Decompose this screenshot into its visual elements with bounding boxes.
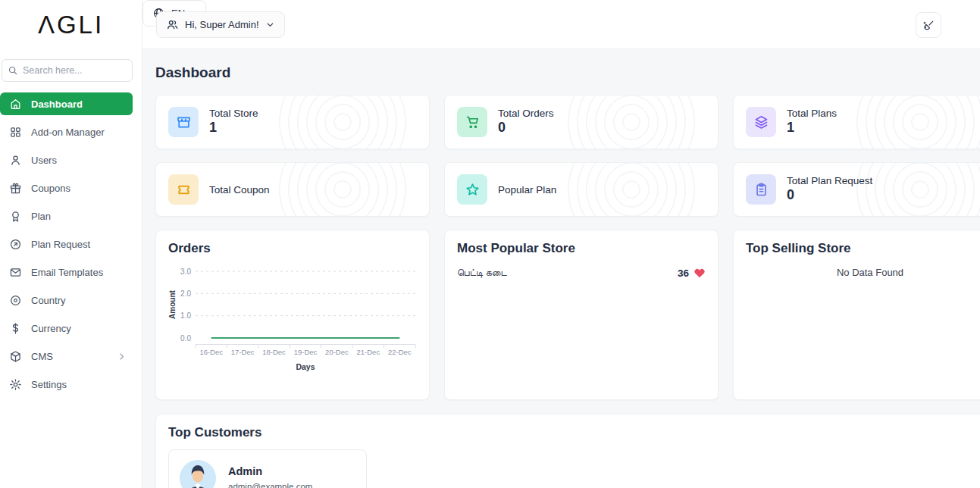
stat-card-total-plan-request: Total Plan Request 0 — [733, 162, 980, 217]
ticket-icon — [168, 174, 199, 205]
svg-text:18-Dec: 18-Dec — [262, 348, 286, 356]
gear-icon — [9, 378, 22, 391]
stat-value: 0 — [787, 186, 872, 204]
svg-text:3.0: 3.0 — [180, 267, 191, 276]
decor-rings — [274, 95, 411, 149]
stat-card-total-coupon: Total Coupon — [155, 162, 430, 217]
stat-value: 1 — [787, 119, 837, 136]
svg-text:Amount: Amount — [168, 289, 177, 318]
customer-email: admin@example.com — [228, 482, 312, 488]
likes-count: 36 — [678, 267, 689, 279]
sidebar-item-label: Currency — [31, 323, 71, 334]
stat-card-total-plans: Total Plans 1 — [733, 95, 980, 149]
sidebar-item-users[interactable]: Users — [0, 149, 133, 171]
package-icon — [9, 350, 22, 363]
stat-label: Total Store — [209, 108, 258, 119]
sidebar-item-email-templates[interactable]: Email Templates — [0, 261, 133, 283]
sidebar-item-label: Settings — [31, 379, 67, 390]
sidebar-item-plan[interactable]: Plan — [0, 205, 133, 227]
svg-text:Days: Days — [296, 362, 315, 371]
clear-cache-button[interactable] — [916, 12, 941, 38]
decor-rings — [563, 162, 700, 217]
most-popular-store-title: Most Popular Store — [457, 241, 706, 256]
customer-avatar — [180, 460, 216, 488]
sidebar-item-label: Country — [31, 295, 66, 306]
most-popular-store-card: Most Popular Store பெட்டி கடை 36 — [444, 230, 719, 400]
sidebar-item-plan-request[interactable]: Plan Request — [0, 233, 133, 255]
svg-text:21-Dec: 21-Dec — [357, 348, 380, 356]
stats-grid: Total Store 1 Total Orders 0 Total Plans… — [155, 95, 980, 400]
chevron-right-icon — [117, 352, 127, 361]
grid-icon — [9, 126, 22, 139]
store-name: பெட்டி கடை — [457, 267, 507, 279]
sidebar-item-label: Dashboard — [31, 99, 83, 110]
svg-text:0.0: 0.0 — [180, 334, 191, 343]
stat-label: Popular Plan — [498, 184, 556, 196]
users-icon — [166, 18, 179, 31]
mail-icon — [9, 266, 22, 279]
sidebar-item-label: Plan Request — [31, 239, 90, 250]
sidebar-item-label: Plan — [31, 211, 51, 222]
decor-rings — [852, 95, 980, 149]
decor-rings — [563, 95, 700, 149]
svg-text:16-Dec: 16-Dec — [199, 348, 223, 356]
search-icon — [8, 65, 18, 76]
user-menu-button[interactable]: Hi, Super Admin! — [156, 11, 285, 38]
svg-text:2.0: 2.0 — [180, 289, 191, 298]
star-icon — [457, 174, 487, 205]
award-icon — [9, 210, 22, 223]
svg-text:1.0: 1.0 — [180, 311, 191, 320]
store-icon — [168, 107, 199, 137]
sidebar-item-dashboard[interactable]: Dashboard — [0, 92, 133, 115]
arrow-up-right-circle-icon — [9, 238, 22, 251]
svg-text:22-Dec: 22-Dec — [388, 348, 412, 356]
sidebar-item-settings[interactable]: Settings — [0, 373, 133, 396]
decor-rings — [274, 162, 411, 217]
clipboard-icon — [746, 174, 776, 205]
topbar: Hi, Super Admin! EN — [142, 0, 980, 49]
sidebar-nav: Dashboard Add-on Manager Users Coupons P… — [0, 92, 142, 396]
page-title: Dashboard — [155, 64, 980, 81]
top-selling-store-title: Top Selling Store — [746, 241, 980, 256]
user-icon — [9, 154, 22, 167]
brand-logo: ΛGLI — [0, 0, 142, 50]
svg-text:20-Dec: 20-Dec — [325, 348, 349, 356]
stat-label: Total Orders — [498, 108, 554, 119]
dollar-icon — [9, 322, 22, 335]
search-input[interactable] — [2, 59, 133, 82]
popular-store-row: பெட்டி கடை 36 — [457, 267, 706, 279]
sidebar-item-addon-manager[interactable]: Add-on Manager — [0, 120, 133, 143]
stat-card-total-store: Total Store 1 — [155, 95, 430, 149]
no-data-text: No Data Found — [746, 267, 980, 278]
svg-text:17-Dec: 17-Dec — [231, 348, 255, 356]
layers-icon — [746, 107, 776, 137]
sidebar-item-currency[interactable]: Currency — [0, 317, 133, 339]
stat-value: 0 — [498, 119, 554, 136]
orders-chart-title: Orders — [168, 241, 417, 256]
top-selling-store-card: Top Selling Store No Data Found — [733, 230, 980, 400]
sidebar-item-cms[interactable]: CMS — [0, 345, 133, 368]
chevron-down-icon — [265, 20, 275, 30]
stat-card-total-orders: Total Orders 0 — [444, 95, 719, 149]
stat-label: Total Plan Request — [787, 175, 872, 186]
sidebar-item-country[interactable]: Country — [0, 289, 133, 311]
top-customers-title: Top Customers — [168, 425, 980, 440]
customer-name: Admin — [228, 465, 312, 477]
sidebar-item-coupons[interactable]: Coupons — [0, 177, 133, 199]
customer-list-item[interactable]: Admin admin@example.com — [168, 449, 367, 488]
main-content: Dashboard Total Store 1 Total Orders 0 — [142, 49, 980, 488]
gift-icon — [9, 182, 22, 195]
orders-chart: 0.01.02.03.016-Dec17-Dec18-Dec19-Dec20-D… — [168, 262, 418, 376]
stat-card-popular-plan: Popular Plan — [444, 162, 719, 217]
sidebar-item-label: Add-on Manager — [31, 127, 105, 138]
cart-icon — [457, 107, 487, 137]
svg-text:19-Dec: 19-Dec — [294, 348, 318, 356]
sidebar: ΛGLI Dashboard Add-on Manager Users — [0, 0, 142, 488]
home-icon — [9, 98, 22, 111]
top-customers-card: Top Customers Admin admin@examp — [155, 414, 980, 488]
heart-icon — [694, 267, 706, 279]
sidebar-item-label: Users — [31, 155, 57, 166]
stat-value: 1 — [209, 119, 258, 136]
sidebar-item-label: CMS — [31, 351, 53, 362]
sidebar-item-label: Coupons — [31, 183, 70, 194]
